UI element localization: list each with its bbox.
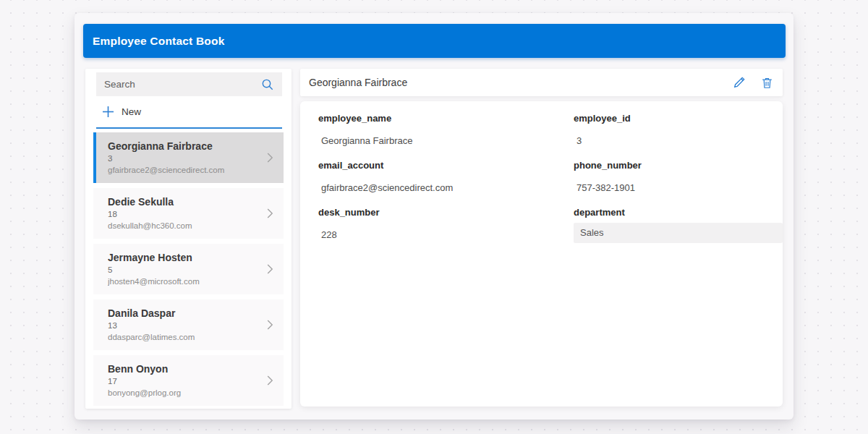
field-value[interactable]: 3	[574, 135, 783, 147]
detail-actions	[732, 75, 774, 90]
app-window: Employee Contact Book	[75, 13, 793, 420]
field-label: employee_id	[574, 113, 783, 124]
edit-pencil-icon[interactable]	[732, 75, 746, 90]
field-grid: employee_name Georgianna Fairbrace emplo…	[318, 113, 766, 256]
detail-header-name: Georgianna Fairbrace	[309, 77, 407, 88]
sidebar: New Georgianna Fairbrace 3 gfairbrace2@s…	[85, 69, 292, 409]
field-phone-number: phone_number 757-382-1901	[574, 160, 783, 194]
contact-name: Benn Onyon	[108, 363, 262, 375]
contact-item-dedie-sekulla[interactable]: Dedie Sekulla 18 dsekullah@hc360.com	[93, 188, 284, 239]
sidebar-divider	[96, 127, 282, 129]
field-value[interactable]: gfairbrace2@sciencedirect.com	[318, 182, 557, 194]
field-label: email_account	[318, 160, 557, 171]
page-background: Employee Contact Book	[0, 0, 868, 434]
contact-item-georgianna-fairbrace[interactable]: Georgianna Fairbrace 3 gfairbrace2@scien…	[93, 132, 284, 183]
chevron-right-icon	[267, 153, 273, 163]
contact-id: 3	[108, 153, 262, 164]
field-label: phone_number	[574, 160, 783, 171]
field-value[interactable]: Georgianna Fairbrace	[318, 135, 557, 147]
contact-email: bonyong@prlog.org	[108, 388, 262, 399]
field-employee-id: employee_id 3	[574, 113, 783, 147]
field-label: department	[574, 207, 783, 218]
new-contact-button[interactable]: New	[96, 101, 141, 122]
detail-header: Georgianna Fairbrace	[300, 69, 783, 96]
chevron-right-icon	[267, 208, 273, 218]
contact-email: gfairbrace2@sciencedirect.com	[108, 165, 262, 176]
contact-name: Dedie Sekulla	[108, 196, 262, 208]
delete-trash-icon[interactable]	[760, 75, 774, 90]
field-label: desk_number	[318, 207, 557, 218]
chevron-right-icon	[267, 320, 273, 330]
app-title-bar: Employee Contact Book	[83, 24, 786, 58]
contact-list: Georgianna Fairbrace 3 gfairbrace2@scien…	[93, 132, 284, 411]
field-value[interactable]: 757-382-1901	[574, 182, 783, 194]
search-icon[interactable]	[260, 77, 275, 92]
search-input[interactable]	[96, 79, 260, 90]
field-email-account: email_account gfairbrace2@sciencedirect.…	[318, 160, 557, 194]
detail-panel: employee_name Georgianna Fairbrace emplo…	[300, 101, 783, 407]
contact-name: Danila Daspar	[108, 307, 262, 320]
plus-icon	[102, 106, 114, 118]
contact-item-danila-daspar[interactable]: Danila Daspar 13 ddasparc@latimes.com	[93, 299, 284, 350]
chevron-right-icon	[267, 375, 273, 386]
field-value[interactable]: 228	[318, 229, 557, 241]
search-box[interactable]	[96, 72, 282, 96]
field-desk-number: desk_number 228	[318, 207, 557, 241]
contact-name: Georgianna Fairbrace	[108, 140, 262, 153]
field-value[interactable]: Sales	[574, 223, 783, 243]
contact-id: 5	[108, 265, 262, 276]
contact-item-jermayne-hosten[interactable]: Jermayne Hosten 5 jhosten4@microsoft.com	[93, 244, 284, 294]
field-label: employee_name	[318, 113, 557, 124]
field-department: department Sales	[574, 207, 783, 243]
contact-id: 17	[108, 376, 262, 387]
new-button-label: New	[122, 106, 141, 117]
contact-email: ddasparc@latimes.com	[108, 332, 262, 343]
contact-email: jhosten4@microsoft.com	[108, 276, 262, 287]
contact-id: 18	[108, 209, 262, 220]
contact-email: dsekullah@hc360.com	[108, 221, 262, 231]
contact-id: 13	[108, 320, 262, 331]
chevron-right-icon	[267, 264, 273, 274]
field-employee-name: employee_name Georgianna Fairbrace	[318, 113, 557, 147]
app-title: Employee Contact Book	[93, 35, 224, 48]
contact-name: Jermayne Hosten	[108, 252, 262, 264]
contact-item-benn-onyon[interactable]: Benn Onyon 17 bonyong@prlog.org	[93, 355, 284, 406]
